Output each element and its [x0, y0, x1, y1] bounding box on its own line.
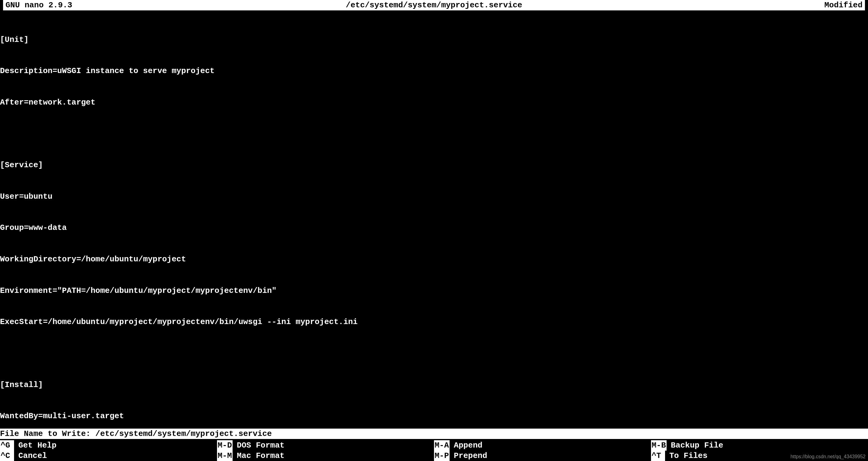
editor-line: [0, 348, 868, 359]
editor-line: [Service]: [0, 160, 868, 170]
help-key: ^G: [0, 440, 14, 451]
help-append[interactable]: M-A Append: [434, 440, 651, 451]
editor-line: [Install]: [0, 380, 868, 390]
help-desc: Get Help: [14, 440, 57, 451]
title-bar: GNU nano 2.9.3 /etc/systemd/system/mypro…: [3, 0, 865, 10]
watermark: https://blog.csdn.net/qq_43439952: [790, 453, 866, 460]
help-row-2: ^C Cancel M-M Mac Format M-P Prepend ^T …: [0, 451, 868, 461]
editor-line: [Unit]: [0, 35, 868, 45]
help-cancel[interactable]: ^C Cancel: [0, 451, 217, 461]
file-path: /etc/systemd/system/myproject.service: [3, 0, 865, 10]
help-bar: ^G Get Help M-D DOS Format M-A Append M-…: [0, 440, 868, 461]
help-desc: To Files: [665, 451, 708, 461]
help-key: M-A: [434, 440, 450, 451]
editor-line: Environment="PATH=/home/ubuntu/myproject…: [0, 285, 868, 296]
editor-line: Group=www-data: [0, 222, 868, 233]
filename-prompt[interactable]: File Name to Write: /etc/systemd/system/…: [0, 429, 868, 439]
help-desc: Backup File: [666, 440, 723, 451]
editor-area[interactable]: [Unit] Description=uWSGI instance to ser…: [0, 10, 868, 432]
help-row-1: ^G Get Help M-D DOS Format M-A Append M-…: [0, 440, 868, 451]
help-desc: DOS Format: [232, 440, 284, 451]
help-key: M-D: [217, 440, 232, 451]
help-key: M-B: [651, 440, 666, 451]
help-desc: Cancel: [14, 451, 47, 461]
help-mac-format[interactable]: M-M Mac Format: [217, 451, 434, 461]
editor-line: User=ubuntu: [0, 191, 868, 202]
help-key: M-M: [217, 451, 232, 461]
prompt-label: File Name to Write:: [0, 429, 95, 439]
help-key: M-P: [434, 451, 450, 461]
editor-line: WorkingDirectory=/home/ubuntu/myproject: [0, 254, 868, 265]
help-desc: Append: [450, 440, 483, 451]
help-dos-format[interactable]: M-D DOS Format: [217, 440, 434, 451]
editor-line: After=network.target: [0, 97, 868, 107]
editor-line: ExecStart=/home/ubuntu/myproject/myproje…: [0, 317, 868, 327]
editor-line: WantedBy=multi-user.target: [0, 411, 868, 421]
modified-status: Modified: [824, 0, 863, 10]
help-desc: Prepend: [450, 451, 487, 461]
help-desc: Mac Format: [232, 451, 284, 461]
editor-line: Description=uWSGI instance to serve mypr…: [0, 66, 868, 76]
editor-line: [0, 129, 868, 139]
help-key: ^C: [0, 451, 14, 461]
help-backup-file[interactable]: M-B Backup File: [651, 440, 868, 451]
prompt-value: /etc/systemd/system/myproject.service: [95, 429, 272, 439]
app-name: GNU nano 2.9.3: [5, 0, 72, 10]
help-prepend[interactable]: M-P Prepend: [434, 451, 651, 461]
help-get-help[interactable]: ^G Get Help: [0, 440, 217, 451]
help-key: ^T: [651, 451, 665, 461]
